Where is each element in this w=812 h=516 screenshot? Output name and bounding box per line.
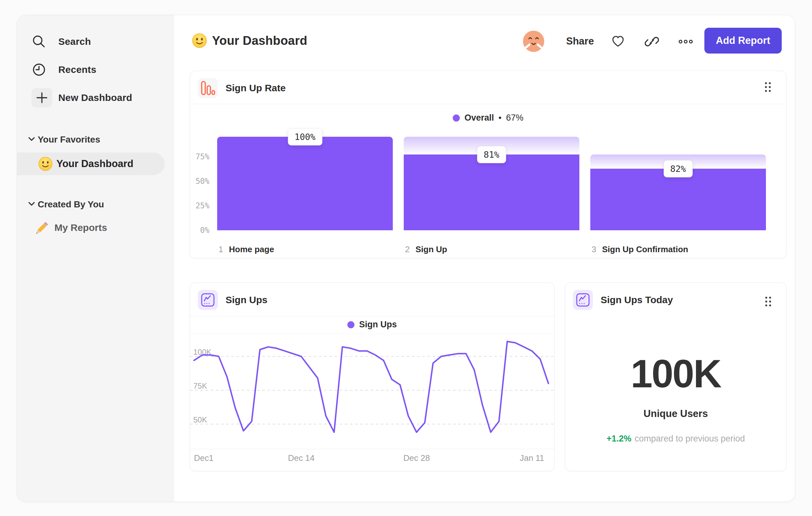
sign-ups-card: Sign Ups Sign Ups 100K 75K 50K Dec1 Dec … — [190, 282, 555, 471]
metric-label: Unique Users — [565, 408, 786, 419]
sign-ups-series-line — [194, 342, 548, 432]
line-chart-icon — [573, 290, 593, 310]
legend-separator: • — [498, 113, 501, 123]
step-name: Home page — [229, 244, 274, 254]
metric-value: 100K — [565, 351, 786, 396]
funnel-bar-sign-up-confirmation[interactable]: 82% — [590, 137, 766, 230]
sidebar-item-new-dashboard[interactable]: New Dashboard — [17, 87, 174, 108]
line-chart-icon — [198, 290, 218, 310]
step-number: 1 — [219, 244, 223, 254]
delta-value: +1.2% — [606, 434, 631, 443]
funnel-bar-fill — [404, 155, 579, 230]
funnel-category: 1 Home page — [219, 244, 274, 254]
step-name: Sign Up — [415, 244, 447, 254]
sidebar-section-label: Created By You — [38, 199, 104, 210]
step-name: Sign Up Confirmation — [602, 244, 688, 254]
metric-delta: +1.2%compared to previous period — [565, 434, 786, 444]
favorite-heart-button[interactable] — [608, 32, 628, 51]
funnel-category: 2 Sign Up — [405, 244, 447, 254]
funnel-bar-fill — [217, 137, 393, 230]
add-report-button[interactable]: Add Report — [704, 28, 782, 54]
funnel-legend[interactable]: Overall • 67% — [190, 113, 786, 123]
copy-link-button[interactable] — [642, 32, 662, 51]
line-legend[interactable]: Sign Ups — [190, 320, 554, 330]
legend-dot-icon — [453, 114, 460, 121]
sign-up-rate-card: Sign Up Rate Overall • 67% 75% 50% 25% 0… — [190, 71, 787, 258]
sign-ups-today-card: Sign Ups Today 100K Unique Users +1.2%co… — [565, 282, 787, 471]
delta-description: compared to previous period — [635, 434, 745, 443]
sidebar: Search Recents New Dashboard — [17, 15, 174, 501]
funnel-chart-icon — [198, 78, 218, 98]
funnel-plot: 100% 81% 82% — [190, 137, 786, 230]
card-title: Sign Ups Today — [601, 294, 673, 305]
more-options-button[interactable] — [676, 32, 695, 51]
ellipsis-icon — [678, 39, 693, 44]
avatar[interactable] — [523, 31, 544, 52]
legend-value: 67% — [506, 113, 523, 123]
divider — [190, 104, 786, 104]
chevron-down-icon — [28, 137, 35, 142]
sidebar-section-label: Your Favorites — [38, 134, 100, 145]
step-number: 3 — [591, 244, 596, 254]
funnel-category: 3 Sign Up Confirmation — [591, 244, 688, 254]
page-title-text: Your Dashboard — [212, 34, 308, 48]
app-window: Search Recents New Dashboard — [17, 15, 795, 502]
share-label: Share — [566, 35, 594, 47]
clock-icon — [31, 62, 47, 77]
share-button[interactable]: Share — [562, 32, 598, 51]
card-title: Sign Ups — [226, 294, 267, 305]
step-number: 2 — [405, 244, 410, 254]
x-axis-tick: Dec 28 — [403, 453, 430, 463]
x-axis-tick: Dec1 — [194, 453, 214, 463]
sidebar-item-your-dashboard[interactable]: Your Dashboard — [17, 153, 165, 175]
funnel-bar-fill — [590, 169, 766, 230]
drag-handle-icon[interactable] — [762, 80, 774, 94]
legend-label: Overall — [464, 113, 494, 123]
dashboard-page: { "colors": { "accent": "#5847e1", "char… — [0, 0, 812, 516]
page-title: Your Dashboard — [192, 33, 308, 49]
line-chart-plot[interactable] — [190, 334, 555, 449]
link-icon — [645, 34, 659, 49]
sidebar-item-search[interactable]: Search — [17, 31, 174, 52]
smiley-emoji-icon — [38, 157, 53, 171]
funnel-bar-home-page[interactable]: 100% — [217, 137, 393, 230]
smiley-emoji-icon — [192, 33, 207, 48]
sidebar-item-label: Recents — [58, 64, 96, 75]
sidebar-item-my-reports[interactable]: My Reports — [17, 218, 174, 237]
drag-handle-icon[interactable] — [762, 294, 774, 309]
sidebar-section-created-by-you[interactable]: Created By You — [17, 197, 174, 212]
sidebar-item-label: My Reports — [54, 222, 107, 233]
x-axis-tick: Jan 11 — [520, 453, 544, 463]
chevron-down-icon — [28, 201, 35, 207]
legend-dot-icon — [347, 321, 354, 328]
funnel-bar-value: 81% — [477, 146, 506, 163]
x-axis-line — [190, 449, 554, 449]
legend-label: Sign Ups — [359, 320, 397, 330]
heart-icon — [612, 35, 625, 48]
sidebar-item-label: Your Dashboard — [56, 158, 134, 170]
sidebar-item-label: Search — [58, 36, 91, 47]
funnel-bar-value: 100% — [288, 128, 322, 145]
plus-icon — [32, 88, 52, 107]
sidebar-item-recents[interactable]: Recents — [17, 59, 174, 80]
sidebar-section-your-favorites[interactable]: Your Favorites — [17, 133, 174, 147]
sidebar-item-label: New Dashboard — [58, 92, 132, 103]
x-axis-tick: Dec 14 — [288, 453, 315, 463]
card-title: Sign Up Rate — [226, 83, 286, 93]
pencil-emoji-icon — [36, 221, 49, 234]
search-icon — [31, 34, 47, 49]
funnel-bar-value: 82% — [663, 160, 693, 178]
funnel-bar-sign-up[interactable]: 81% — [404, 137, 579, 230]
